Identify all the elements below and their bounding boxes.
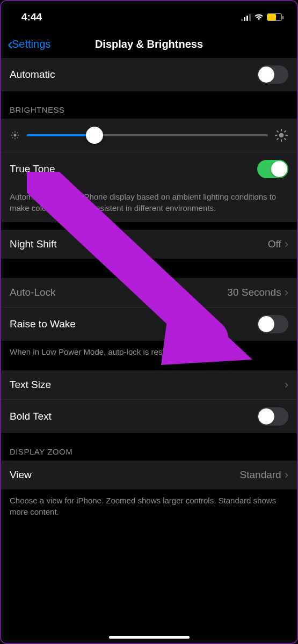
back-button[interactable]: ‹ Settings — [8, 36, 50, 52]
bold-text-row: Bold Text — [0, 399, 298, 433]
svg-point-9 — [279, 133, 284, 138]
wifi-icon — [254, 13, 264, 21]
status-bar: 4:44 — [0, 0, 298, 30]
bold-text-toggle[interactable] — [257, 407, 288, 426]
automatic-label: Automatic — [10, 69, 55, 80]
auto-lock-row[interactable]: Auto-Lock 30 Seconds › — [0, 278, 298, 307]
svg-line-6 — [17, 137, 18, 138]
view-row[interactable]: View Standard › — [0, 460, 298, 489]
svg-line-5 — [12, 133, 13, 134]
status-icons — [241, 13, 282, 21]
signal-icon — [241, 13, 251, 21]
display-zoom-header: DISPLAY ZOOM — [0, 433, 298, 460]
svg-line-7 — [12, 137, 13, 138]
sun-high-icon — [274, 128, 288, 142]
night-shift-value: Off — [268, 238, 281, 250]
text-size-row[interactable]: Text Size › — [0, 370, 298, 399]
auto-lock-value: 30 Seconds — [227, 287, 281, 298]
brightness-slider[interactable] — [27, 134, 268, 136]
chevron-right-icon: › — [285, 378, 288, 392]
back-label: Settings — [12, 38, 50, 50]
raise-to-wake-label: Raise to Wake — [10, 318, 76, 330]
raise-to-wake-toggle[interactable] — [257, 315, 288, 333]
battery-icon — [267, 13, 282, 21]
nav-bar: ‹ Settings Display & Brightness — [0, 30, 298, 58]
automatic-row: Automatic — [0, 58, 298, 91]
low-power-note: When in Low Power Mode, auto-lock is res… — [0, 341, 298, 366]
night-shift-label: Night Shift — [10, 238, 57, 250]
view-label: View — [10, 469, 32, 481]
svg-line-15 — [284, 138, 286, 140]
raise-to-wake-row: Raise to Wake — [0, 307, 298, 341]
display-zoom-footer: Choose a view for iPhone. Zoomed shows l… — [0, 489, 298, 526]
sun-low-icon — [10, 130, 20, 141]
chevron-right-icon: › — [285, 286, 288, 299]
svg-line-16 — [277, 138, 279, 140]
chevron-right-icon: › — [285, 237, 288, 251]
brightness-header: BRIGHTNESS — [0, 91, 298, 119]
bold-text-label: Bold Text — [10, 411, 52, 422]
view-value: Standard — [240, 469, 281, 481]
true-tone-row: True Tone — [0, 152, 298, 186]
svg-line-14 — [277, 131, 279, 133]
brightness-slider-row — [0, 119, 298, 152]
true-tone-toggle[interactable] — [257, 160, 288, 178]
night-shift-row[interactable]: Night Shift Off › — [0, 230, 298, 259]
true-tone-label: True Tone — [10, 163, 55, 175]
svg-line-17 — [284, 131, 286, 133]
home-indicator[interactable] — [109, 636, 190, 639]
text-size-label: Text Size — [10, 379, 51, 391]
svg-line-8 — [17, 133, 18, 134]
status-time: 4:44 — [21, 11, 42, 23]
svg-point-0 — [14, 134, 17, 137]
auto-lock-label: Auto-Lock — [10, 287, 56, 298]
chevron-right-icon: › — [285, 468, 288, 482]
automatic-toggle[interactable] — [257, 65, 288, 84]
true-tone-description: Automatically adapt iPhone display based… — [0, 186, 298, 222]
